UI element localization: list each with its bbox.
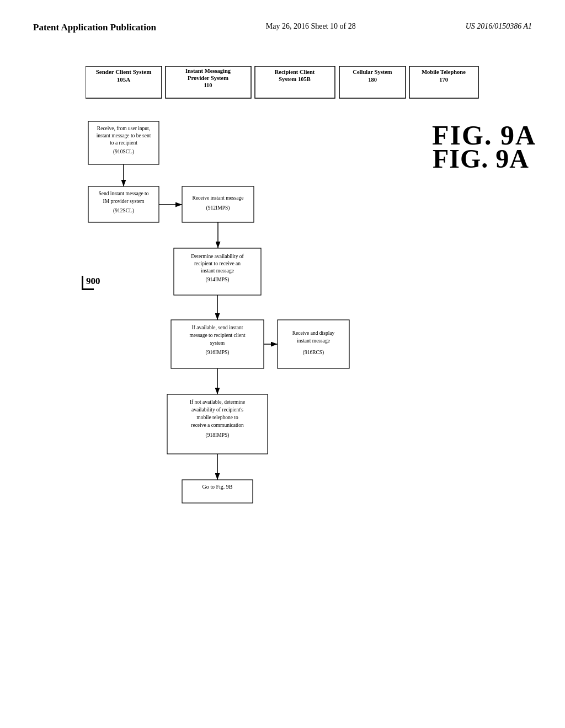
svg-text:If not available, determine: If not available, determine xyxy=(190,399,245,405)
svg-text:Determine availability of: Determine availability of xyxy=(191,254,244,259)
svg-text:Provider System: Provider System xyxy=(188,75,228,81)
svg-text:System 105B: System 105B xyxy=(279,76,310,82)
svg-text:system: system xyxy=(210,340,225,346)
sheet-info: May 26, 2016 Sheet 10 of 28 xyxy=(266,22,356,31)
svg-text:If available, send instant: If available, send instant xyxy=(192,325,243,330)
svg-text:IM provider system: IM provider system xyxy=(103,199,145,204)
svg-text:Mobile Telephone: Mobile Telephone xyxy=(422,69,466,75)
svg-text:Instant Messaging: Instant Messaging xyxy=(185,68,231,74)
svg-text:105A: 105A xyxy=(117,76,131,83)
svg-text:Sender Client System: Sender Client System xyxy=(96,68,152,75)
svg-text:(918IMPS): (918IMPS) xyxy=(206,432,230,438)
svg-text:180: 180 xyxy=(368,77,377,83)
svg-text:Send instant message to: Send instant message to xyxy=(98,191,148,196)
flow-diagram: Sender Client System 105A Instant Messag… xyxy=(86,66,483,662)
svg-text:(912SCL): (912SCL) xyxy=(113,208,134,214)
page-header: Patent Application Publication May 26, 2… xyxy=(0,0,565,44)
patent-number: US 2016/0150386 A1 xyxy=(466,22,532,31)
svg-rect-43 xyxy=(278,320,349,368)
publication-title: Patent Application Publication xyxy=(33,22,156,33)
svg-text:mobile telephone to: mobile telephone to xyxy=(196,415,238,420)
svg-text:(914IMPS): (914IMPS) xyxy=(206,277,230,283)
diagram-ref-number: 900 xyxy=(82,276,94,290)
svg-text:(916IMPS): (916IMPS) xyxy=(206,350,230,356)
svg-text:(912IMPS): (912IMPS) xyxy=(206,205,230,211)
svg-rect-27 xyxy=(182,186,254,222)
svg-text:recipient to receive an: recipient to receive an xyxy=(194,261,241,266)
svg-text:Receive instant message: Receive instant message xyxy=(193,195,244,201)
figure-label-block: FIG. 9A xyxy=(432,121,536,149)
svg-text:(910SCL): (910SCL) xyxy=(113,149,134,155)
svg-text:Cellular System: Cellular System xyxy=(353,69,392,75)
svg-text:message to recipient client: message to recipient client xyxy=(189,333,245,338)
svg-text:instant message: instant message xyxy=(201,268,234,274)
svg-text:to a recipient: to a recipient xyxy=(110,140,137,146)
svg-text:Receive and display: Receive and display xyxy=(292,330,335,336)
svg-text:instant message to be sent: instant message to be sent xyxy=(97,133,151,138)
svg-text:availability of recipient's: availability of recipient's xyxy=(191,407,243,413)
svg-text:(916RCS): (916RCS) xyxy=(303,350,324,356)
fig-label-fig: FIG. 9A xyxy=(432,121,536,149)
svg-text:instant message: instant message xyxy=(297,338,330,344)
svg-text:receive a communication: receive a communication xyxy=(191,422,244,428)
svg-text:170: 170 xyxy=(439,77,448,83)
svg-text:Receive, from user input,: Receive, from user input, xyxy=(97,126,150,131)
svg-text:Recipient Client: Recipient Client xyxy=(275,69,315,75)
svg-text:110: 110 xyxy=(204,82,212,88)
svg-text:Go to Fig. 9B: Go to Fig. 9B xyxy=(202,484,232,490)
